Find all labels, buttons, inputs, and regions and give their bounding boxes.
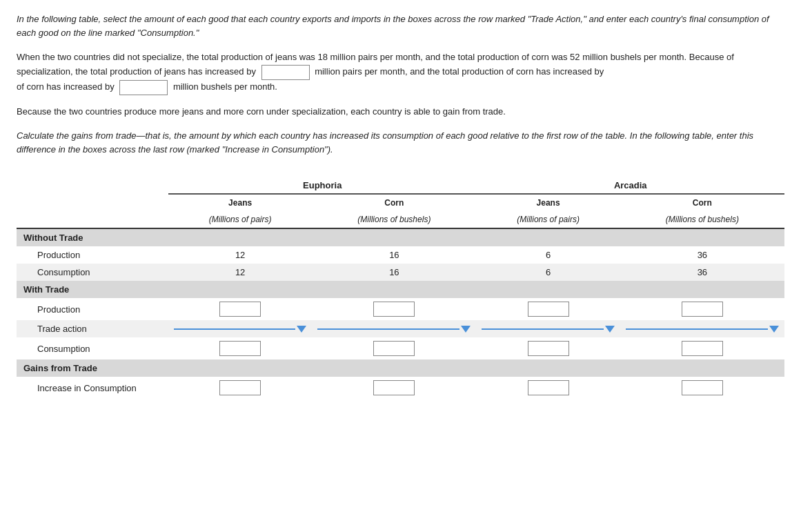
arcadia-jeans-cons-with-trade-input[interactable] xyxy=(528,341,569,356)
arcadia-corn-cons-with-trade-cell xyxy=(620,337,784,359)
consumption-label: Consumption xyxy=(17,264,168,281)
arcadia-corn-consumption: 36 xyxy=(620,264,784,281)
arcadia-jeans-cons-with-trade-cell xyxy=(476,337,620,359)
arcadia-corn-units: (Millions of bushels) xyxy=(620,211,784,228)
euphoria-corn-cons-with-trade-input[interactable] xyxy=(373,341,415,356)
gains-from-trade-section: Gains from Trade xyxy=(17,359,784,377)
without-trade-label: Without Trade xyxy=(17,228,784,246)
euphoria-corn-consumption: 16 xyxy=(312,264,476,281)
euphoria-corn-increase-cell xyxy=(312,377,476,399)
euphoria-corn-increase-input[interactable] xyxy=(373,380,415,395)
arcadia-corn-trade-action-cell xyxy=(620,320,784,337)
euphoria-corn-cons-with-trade-cell xyxy=(312,337,476,359)
euphoria-corn-dropdown-container xyxy=(317,326,471,333)
arcadia-corn-production: 36 xyxy=(620,246,784,264)
euphoria-corn-units: (Millions of bushels) xyxy=(312,211,476,228)
arcadia-jeans-consumption: 6 xyxy=(476,264,620,281)
arcadia-jeans-increase-cell xyxy=(476,377,620,399)
increase-label: Increase in Consumption xyxy=(17,377,168,399)
euphoria-jeans-production: 12 xyxy=(168,246,312,264)
euphoria-corn-production: 16 xyxy=(312,246,476,264)
euphoria-jeans-units: (Millions of pairs) xyxy=(168,211,312,228)
arcadia-jeans-trade-action-cell xyxy=(476,320,620,337)
country-header-row: Euphoria Arcadia xyxy=(17,177,784,194)
production2-label: Production xyxy=(17,298,168,320)
trade-action-label: Trade action xyxy=(17,320,168,337)
euphoria-jeans-prod-with-trade-input[interactable] xyxy=(219,302,261,317)
arcadia-jeans-increase-input[interactable] xyxy=(528,380,569,395)
corn-increase-input[interactable] xyxy=(119,80,168,95)
euphoria-corn-col-header: Corn xyxy=(312,194,476,211)
arcadia-jeans-dropdown-arrow[interactable] xyxy=(605,326,615,333)
trade-table: Euphoria Arcadia Jeans Corn Jeans Corn (… xyxy=(17,177,784,399)
increase-in-consumption-row: Increase in Consumption xyxy=(17,377,784,399)
production-without-trade-row: Production 12 16 6 36 xyxy=(17,246,784,264)
para1-part3: million bushels per month. xyxy=(173,81,277,92)
euphoria-corn-trade-action-cell xyxy=(312,320,476,337)
arcadia-jeans-dropdown-container xyxy=(482,326,614,333)
consumption-with-trade-row: Consumption xyxy=(17,337,784,359)
euphoria-header: Euphoria xyxy=(168,177,476,194)
paragraph2: Because the two countries produce more j… xyxy=(17,105,784,119)
arcadia-jeans-prod-with-trade-input[interactable] xyxy=(528,302,569,317)
without-trade-section: Without Trade xyxy=(17,228,784,246)
paragraph3: Calculate the gains from trade—that is, … xyxy=(17,129,784,158)
arcadia-corn-increase-input[interactable] xyxy=(682,380,723,395)
euphoria-jeans-cons-with-trade-input[interactable] xyxy=(219,341,261,356)
euphoria-corn-dropdown-arrow[interactable] xyxy=(461,326,471,333)
arcadia-jeans-col-header: Jeans xyxy=(476,194,620,211)
gains-label: Gains from Trade xyxy=(17,359,784,377)
arcadia-corn-dropdown-line xyxy=(626,328,768,330)
arcadia-corn-cons-with-trade-input[interactable] xyxy=(682,341,723,356)
with-trade-section: With Trade xyxy=(17,281,784,298)
arcadia-jeans-dropdown-line xyxy=(482,328,603,330)
instructions-text: In the following table, select the amoun… xyxy=(17,12,784,39)
arcadia-corn-prod-with-trade-cell xyxy=(620,298,784,320)
euphoria-corn-dropdown-line xyxy=(317,328,459,330)
euphoria-jeans-consumption: 12 xyxy=(168,264,312,281)
consumption-without-trade-row: Consumption 12 16 6 36 xyxy=(17,264,784,281)
arcadia-corn-dropdown-arrow[interactable] xyxy=(769,326,779,333)
para1-part2: million pairs per month, and the total p… xyxy=(315,66,604,77)
column-header-row: Jeans Corn Jeans Corn xyxy=(17,194,784,211)
arcadia-jeans-production: 6 xyxy=(476,246,620,264)
consumption2-label: Consumption xyxy=(17,337,168,359)
euphoria-jeans-dropdown-line xyxy=(174,328,295,330)
euphoria-jeans-col-header: Jeans xyxy=(168,194,312,211)
arcadia-jeans-prod-with-trade-cell xyxy=(476,298,620,320)
production-with-trade-row: Production xyxy=(17,298,784,320)
with-trade-label: With Trade xyxy=(17,281,784,298)
arcadia-corn-prod-with-trade-input[interactable] xyxy=(682,302,723,317)
euphoria-jeans-dropdown-arrow[interactable] xyxy=(297,326,306,333)
paragraph1: When the two countries did not specializ… xyxy=(17,50,784,95)
arcadia-header: Arcadia xyxy=(476,177,784,194)
euphoria-jeans-trade-action-cell xyxy=(168,320,312,337)
units-header-row: (Millions of pairs) (Millions of bushels… xyxy=(17,211,784,228)
jeans-increase-input[interactable] xyxy=(261,65,310,80)
arcadia-corn-col-header: Corn xyxy=(620,194,784,211)
arcadia-corn-increase-cell xyxy=(620,377,784,399)
euphoria-corn-prod-with-trade-input[interactable] xyxy=(373,302,415,317)
euphoria-jeans-prod-with-trade-cell xyxy=(168,298,312,320)
para1-part3-prefix: of corn has increased by xyxy=(17,81,115,92)
euphoria-jeans-dropdown-container xyxy=(174,326,306,333)
euphoria-jeans-cons-with-trade-cell xyxy=(168,337,312,359)
production-label: Production xyxy=(17,246,168,264)
main-table-wrapper: Euphoria Arcadia Jeans Corn Jeans Corn (… xyxy=(17,177,784,399)
euphoria-jeans-increase-cell xyxy=(168,377,312,399)
arcadia-jeans-units: (Millions of pairs) xyxy=(476,211,620,228)
arcadia-corn-dropdown-container xyxy=(626,326,779,333)
trade-action-row: Trade action xyxy=(17,320,784,337)
euphoria-jeans-increase-input[interactable] xyxy=(219,380,261,395)
euphoria-corn-prod-with-trade-cell xyxy=(312,298,476,320)
